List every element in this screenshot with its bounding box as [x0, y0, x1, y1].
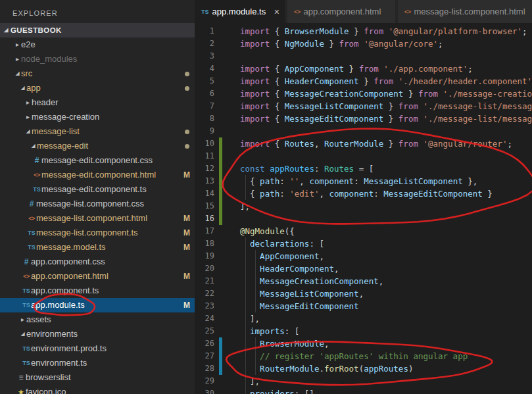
code-line-21[interactable]: 21 MessageCreationComponent,	[195, 275, 532, 287]
tree-item-label: assets	[26, 312, 51, 327]
line-number: 20	[195, 262, 214, 275]
tree-item-src[interactable]: ◢src	[0, 66, 195, 81]
code-line-14[interactable]: 14 { path: 'edit', component: MessageEdi…	[195, 187, 532, 200]
code-line-25[interactable]: 25 imports: [	[195, 325, 532, 337]
code-line-20[interactable]: 20 HeaderComponent,	[195, 262, 532, 275]
tree-item-app.component.ts[interactable]: TSapp.component.ts	[0, 283, 195, 298]
code-text: AppComponent,	[240, 250, 324, 262]
ts-file-icon: TS	[201, 9, 209, 15]
tab-app.component.html[interactable]: <>app.component.html	[287, 0, 395, 23]
tree-item-app.component.css[interactable]: #app.component.css	[0, 255, 195, 269]
code-line-22[interactable]: 22 MessageListComponent,	[195, 287, 532, 300]
explorer-sidebar: EXPLORER ◢ GUESTBOOK ▸e2e▸node_modules◢s…	[0, 0, 195, 394]
tree-item-label: src	[21, 66, 32, 81]
chevron-expanded-icon: ◢	[3, 23, 10, 37]
code-text: const appRoutes: Routes = [	[240, 162, 374, 175]
gutter-modified-indicator	[219, 337, 222, 350]
code-line-7[interactable]: 7import { MessageListComponent } from '.…	[195, 100, 532, 112]
code-line-4[interactable]: 4import { AppComponent } from './app.com…	[195, 62, 532, 75]
tree-item-message-edit.component.html[interactable]: <>message-edit.component.htmlM	[0, 168, 195, 182]
gutter-modified-indicator	[219, 350, 222, 362]
code-line-19[interactable]: 19 AppComponent,	[195, 250, 532, 262]
tree-item-e2e[interactable]: ▸e2e	[0, 37, 195, 52]
tree-item-label: environments	[26, 327, 78, 341]
tab-app.module.ts[interactable]: TSapp.module.ts×	[195, 0, 285, 23]
tab-label: app.module.ts	[212, 7, 266, 16]
tree-item-label: message-list.component.css	[36, 197, 144, 211]
close-tab-icon[interactable]: ×	[269, 7, 279, 17]
tree-item-environments[interactable]: ◢environments	[0, 327, 195, 341]
code-text: ],	[240, 312, 260, 325]
tree-item-environment.ts[interactable]: TSenvironment.ts	[0, 356, 195, 370]
line-number: 3	[195, 50, 214, 62]
line-number: 6	[195, 87, 214, 100]
tree-item-label: app.component.html	[31, 269, 109, 283]
modified-badge: M	[183, 298, 190, 312]
tree-item-favicon.ico[interactable]: ★favicon.ico	[0, 385, 195, 394]
tree-item-message-edit.component.ts[interactable]: TSmessage-edit.component.ts	[0, 182, 195, 197]
code-line-8[interactable]: 8import { MessageEditComponent } from '.…	[195, 112, 532, 125]
code-line-26[interactable]: 26 BrowserModule,	[195, 337, 532, 350]
code-editor[interactable]: 1import { BrowserModule } from '@angular…	[195, 23, 532, 394]
tree-root-label: GUESTBOOK	[11, 23, 62, 37]
ts-file-icon: TS	[22, 341, 31, 356]
modified-dot-badge	[185, 86, 189, 91]
code-text: { path: 'edit', component: MessageEditCo…	[240, 187, 493, 200]
file-tree: ▸e2e▸node_modules◢src◢app▸header▸message…	[0, 37, 195, 394]
code-line-17[interactable]: 17@NgModule({	[195, 225, 532, 237]
gutter-added-indicator	[219, 200, 222, 212]
vscode-window: EXPLORER ◢ GUESTBOOK ▸e2e▸node_modules◢s…	[0, 0, 532, 394]
tree-item-node_modules[interactable]: ▸node_modules	[0, 52, 195, 66]
tree-item-app[interactable]: ◢app	[0, 81, 195, 95]
code-line-5[interactable]: 5import { HeaderComponent } from './head…	[195, 75, 532, 87]
tree-item-environment.prod.ts[interactable]: TSenvironment.prod.ts	[0, 341, 195, 356]
tree-item-label: app.component.ts	[31, 283, 99, 298]
code-line-30[interactable]: 30 providers: []	[195, 387, 532, 394]
tree-item-message-list[interactable]: ◢message-list	[0, 124, 195, 139]
tree-item-app.module.ts[interactable]: TSapp.module.tsM	[0, 298, 195, 312]
tree-item-header[interactable]: ▸header	[0, 95, 195, 110]
code-line-6[interactable]: 6import { MessageCreationComponent } fro…	[195, 87, 532, 100]
code-line-27[interactable]: 27 // register 'appRoutes' within angula…	[195, 350, 532, 362]
code-line-23[interactable]: 23 MessageEditComponent	[195, 300, 532, 312]
code-line-15[interactable]: 15];	[195, 200, 532, 212]
modified-dot-badge	[185, 144, 189, 149]
tree-item-message-edit[interactable]: ◢message-edit	[0, 139, 195, 153]
modified-badge: M	[183, 240, 190, 255]
line-number: 28	[195, 362, 214, 375]
editor-group: TSapp.module.ts×<>app.component.html<>me…	[195, 0, 532, 394]
line-number: 26	[195, 337, 214, 350]
code-line-9[interactable]: 9	[195, 125, 532, 137]
code-line-13[interactable]: 13 { path: '', component: MessageListCom…	[195, 175, 532, 187]
line-number: 23	[195, 300, 214, 312]
code-text: MessageCreationComponent,	[240, 275, 383, 287]
tree-item-browserslist[interactable]: ≡browserslist	[0, 370, 195, 385]
tree-item-message-edit.component.css[interactable]: #message-edit.component.css	[0, 153, 195, 168]
tree-item-message-creation[interactable]: ▸message-creation	[0, 110, 195, 124]
code-line-2[interactable]: 2import { NgModule } from '@angular/core…	[195, 37, 532, 50]
tab-label: app.component.html	[304, 7, 381, 16]
code-line-11[interactable]: 11	[195, 150, 532, 162]
chevron-collapsed-icon: ▸	[24, 110, 32, 124]
code-line-1[interactable]: 1import { BrowserModule } from '@angular…	[195, 25, 532, 37]
code-line-29[interactable]: 29 ],	[195, 375, 532, 387]
code-line-16[interactable]: 16	[195, 212, 532, 225]
tree-item-message-list.component.css[interactable]: #message-list.component.css	[0, 197, 195, 211]
tree-item-app.component.html[interactable]: <>app.component.htmlM	[0, 269, 195, 283]
code-line-18[interactable]: 18 declarations: [	[195, 237, 532, 250]
tree-item-message-list.component.ts[interactable]: TSmessage-list.component.tsM	[0, 226, 195, 240]
tree-item-assets[interactable]: ▸assets	[0, 312, 195, 327]
tree-item-message.model.ts[interactable]: TSmessage.model.tsM	[0, 240, 195, 255]
code-text: RouterModule.forRoot(appRoutes)	[240, 362, 413, 375]
code-line-28[interactable]: 28 RouterModule.forRoot(appRoutes)	[195, 362, 532, 375]
code-text: HeaderComponent,	[240, 262, 339, 275]
line-number: 14	[195, 187, 214, 200]
code-line-24[interactable]: 24 ],	[195, 312, 532, 325]
code-text: { path: '', component: MessageListCompon…	[240, 175, 477, 187]
tree-item-message-list.component.html[interactable]: <>message-list.component.htmlM	[0, 211, 195, 226]
tree-root-guestbook[interactable]: ◢ GUESTBOOK	[0, 23, 195, 37]
code-line-10[interactable]: 10import { Routes, RouterModule } from '…	[195, 137, 532, 150]
code-line-12[interactable]: 12const appRoutes: Routes = [	[195, 162, 532, 175]
tab-message-list.component.html[interactable]: <>message-list.component.html	[398, 0, 532, 23]
code-line-3[interactable]: 3	[195, 50, 532, 62]
